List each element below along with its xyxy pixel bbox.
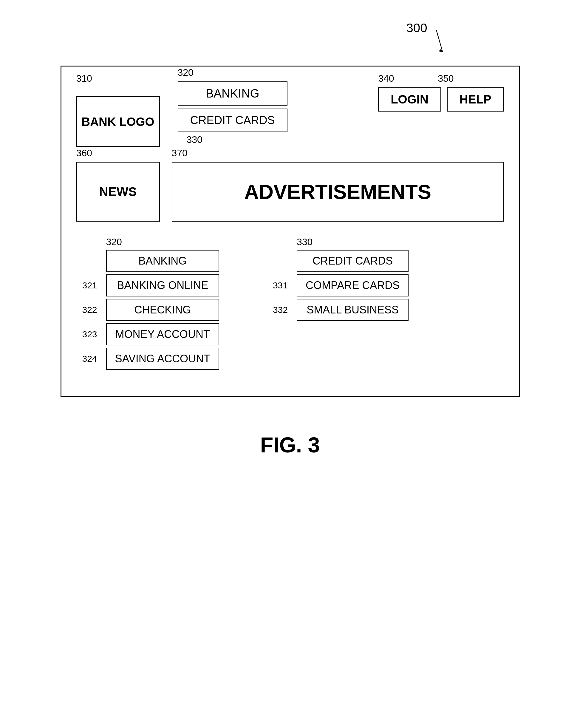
credit-col-ref-330: 330 — [297, 236, 408, 248]
header-row: 310 BANK LOGO 320 BANKING CREDIT CARDS 3… — [76, 78, 504, 147]
banking-item-money[interactable]: MONEY ACCOUNT — [106, 323, 219, 345]
credit-cards-nav-btn[interactable]: CREDIT CARDS — [178, 109, 287, 132]
news-container: 360 NEWS — [76, 162, 160, 222]
bank-logo-box: BANK LOGO — [76, 96, 160, 147]
svg-marker-1 — [439, 49, 444, 52]
dropdowns-row: 320 BANKING 321 BANKING ONLINE 322 CHECK… — [76, 236, 504, 372]
banking-item-1: 321 BANKING ONLINE — [106, 275, 219, 296]
credit-item-0: CREDIT CARDS — [297, 250, 408, 272]
banking-item-2: 322 CHECKING — [106, 299, 219, 321]
figure-area: 300 310 BANK LOGO 320 BANKING CREDIT CAR… — [52, 18, 529, 457]
ref-360: 360 — [76, 148, 92, 159]
ref-300-area: 300 — [60, 18, 520, 66]
ref-322: 322 — [82, 305, 97, 315]
nav-section: 320 BANKING CREDIT CARDS 330 — [178, 81, 287, 132]
credit-dropdown-col: 330 CREDIT CARDS 331 COMPARE CARDS 332 S… — [297, 236, 408, 323]
ads-container: 370 ADVERTISEMENTS — [172, 162, 504, 222]
ref-330-nav: 330 — [187, 134, 203, 145]
news-box: NEWS — [76, 162, 160, 222]
login-btn[interactable]: LOGIN — [378, 87, 441, 111]
banking-dropdown-col: 320 BANKING 321 BANKING ONLINE 322 CHECK… — [106, 236, 219, 372]
ref-321: 321 — [82, 280, 97, 290]
banking-item-4: 324 SAVING ACCOUNT — [106, 348, 219, 370]
banking-col-ref-320: 320 — [106, 236, 219, 248]
ref-300-arrow — [413, 27, 460, 57]
ref-310: 310 — [76, 73, 92, 84]
credit-item-small-biz[interactable]: SMALL BUSINESS — [297, 299, 408, 321]
credit-item-cards[interactable]: CREDIT CARDS — [297, 250, 408, 272]
banking-item-banking[interactable]: BANKING — [106, 250, 219, 272]
ref-320-nav: 320 — [178, 67, 193, 78]
login-help-section: 340 350 LOGIN HELP — [378, 87, 504, 111]
figure-caption: FIG. 3 — [260, 433, 320, 457]
bank-logo-text: BANK LOGO — [81, 115, 154, 129]
ref-324: 324 — [82, 354, 97, 364]
banking-item-checking[interactable]: CHECKING — [106, 299, 219, 321]
banking-item-online[interactable]: BANKING ONLINE — [106, 275, 219, 296]
ref-370: 370 — [172, 148, 188, 159]
ref-331: 331 — [273, 280, 288, 290]
ads-text: ADVERTISEMENTS — [244, 180, 431, 203]
content-row: 360 NEWS 370 ADVERTISEMENTS — [76, 162, 504, 222]
credit-item-compare[interactable]: COMPARE CARDS — [297, 275, 408, 296]
svg-line-0 — [436, 30, 442, 51]
banking-item-3: 323 MONEY ACCOUNT — [106, 323, 219, 345]
help-btn[interactable]: HELP — [447, 87, 504, 111]
banking-item-0: BANKING — [106, 250, 219, 272]
news-label: NEWS — [99, 185, 137, 199]
diagram-box: 310 BANK LOGO 320 BANKING CREDIT CARDS 3… — [60, 66, 520, 397]
credit-item-1: 331 COMPARE CARDS — [297, 275, 408, 296]
ref-350: 350 — [438, 73, 453, 84]
ref-340: 340 — [378, 73, 394, 84]
credit-item-2: 332 SMALL BUSINESS — [297, 299, 408, 321]
banking-nav-btn[interactable]: BANKING — [178, 81, 287, 106]
bank-logo-container: 310 BANK LOGO — [76, 87, 160, 147]
ads-box: ADVERTISEMENTS — [172, 162, 504, 222]
ref-323: 323 — [82, 329, 97, 339]
ref-332: 332 — [273, 305, 288, 315]
banking-item-saving[interactable]: SAVING ACCOUNT — [106, 348, 219, 370]
